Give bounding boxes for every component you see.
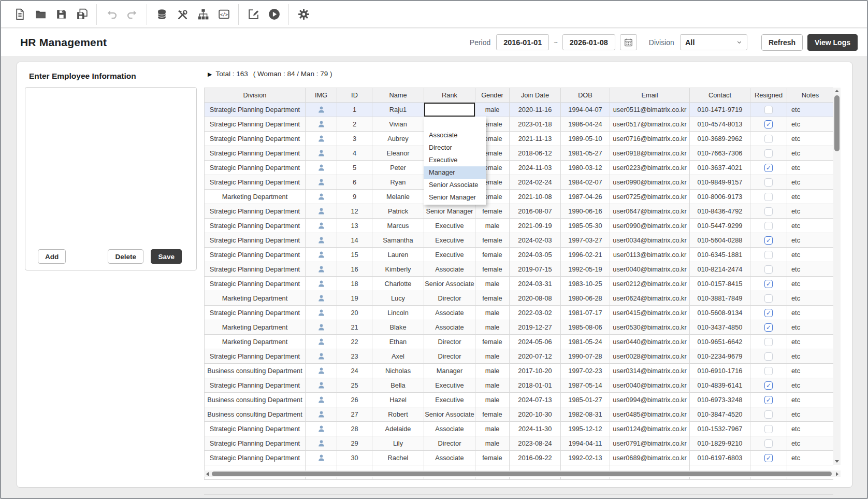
division-cell[interactable]: Business consulting Department bbox=[205, 407, 306, 422]
resigned-cell[interactable]: ✓ bbox=[750, 451, 787, 465]
name-cell[interactable]: Patrick bbox=[372, 204, 424, 219]
resigned-checkbox[interactable] bbox=[764, 178, 773, 187]
dob-cell[interactable]: 1983-10-25 bbox=[561, 277, 610, 291]
resigned-checkbox[interactable] bbox=[764, 352, 773, 361]
dob-cell[interactable]: 1986-04-24 bbox=[561, 117, 610, 132]
name-cell[interactable]: Ryan bbox=[372, 175, 424, 190]
name-cell[interactable]: Adelaide bbox=[372, 422, 424, 436]
rank-cell[interactable]: Senior Associate bbox=[424, 407, 475, 422]
img-cell[interactable] bbox=[306, 248, 337, 262]
name-cell[interactable]: Vivian bbox=[372, 117, 424, 132]
resigned-cell[interactable] bbox=[750, 103, 787, 117]
table-row[interactable]: Strategic Planning Department6Ryanfemale… bbox=[205, 175, 834, 190]
save-button[interactable]: Save bbox=[151, 249, 182, 264]
column-header[interactable]: Resigned bbox=[750, 88, 787, 103]
add-button[interactable]: Add bbox=[38, 249, 66, 264]
rank-cell[interactable]: Associate bbox=[424, 262, 475, 277]
new-document-icon[interactable] bbox=[9, 4, 30, 25]
gender-cell[interactable]: male bbox=[475, 277, 510, 291]
img-cell[interactable] bbox=[306, 451, 337, 465]
resigned-cell[interactable]: ✓ bbox=[750, 320, 787, 335]
calendar-icon[interactable] bbox=[620, 34, 637, 50]
division-cell[interactable]: Business consulting Department bbox=[205, 364, 306, 378]
img-cell[interactable] bbox=[306, 335, 337, 349]
id-cell[interactable]: 25 bbox=[337, 378, 372, 393]
resigned-checkbox[interactable]: ✓ bbox=[764, 454, 773, 462]
dob-cell[interactable]: 1980-03-12 bbox=[561, 161, 610, 175]
resigned-checkbox[interactable] bbox=[764, 207, 773, 216]
division-cell[interactable]: Strategic Planning Department bbox=[205, 204, 306, 219]
join-date-cell[interactable]: 2024-11-03 bbox=[510, 161, 561, 175]
email-cell[interactable]: user0647@bimatrix.co.kr bbox=[610, 204, 690, 219]
email-cell[interactable]: user0124@bimatrix.co.kr bbox=[610, 422, 690, 436]
table-row[interactable]: Strategic Planning Department14SamanthaE… bbox=[205, 233, 834, 248]
notes-cell[interactable]: etc bbox=[787, 306, 834, 320]
rank-option[interactable]: Associate bbox=[424, 129, 486, 141]
join-date-cell[interactable]: 2021-11-13 bbox=[510, 132, 561, 146]
dob-cell[interactable]: 1981-05-24 bbox=[561, 335, 610, 349]
dob-cell[interactable]: 1984-02-07 bbox=[561, 175, 610, 190]
contact-cell[interactable]: 010-3637-4021 bbox=[690, 161, 750, 175]
scroll-left-icon[interactable] bbox=[206, 472, 209, 476]
join-date-cell[interactable]: 2020-11-16 bbox=[510, 103, 561, 117]
division-cell[interactable]: Strategic Planning Department bbox=[205, 175, 306, 190]
resigned-checkbox[interactable] bbox=[764, 294, 773, 303]
join-date-cell[interactable]: 2024-03-05 bbox=[510, 248, 561, 262]
id-cell[interactable]: 30 bbox=[337, 451, 372, 465]
dob-cell[interactable]: 1981-05-27 bbox=[561, 146, 610, 161]
table-row[interactable]: Strategic Planning Department12PatrickSe… bbox=[205, 204, 834, 219]
email-cell[interactable]: user0040@bimatrix.co.kr bbox=[610, 378, 690, 393]
rank-option[interactable] bbox=[424, 117, 486, 129]
gender-cell[interactable]: female bbox=[475, 233, 510, 248]
notes-cell[interactable]: etc bbox=[787, 364, 834, 378]
resigned-cell[interactable] bbox=[750, 175, 787, 190]
contact-cell[interactable]: 010-5447-9299 bbox=[690, 219, 750, 233]
division-cell[interactable]: Strategic Planning Department bbox=[205, 262, 306, 277]
email-cell[interactable]: user0716@bimatrix.co.kr bbox=[610, 132, 690, 146]
division-cell[interactable]: Strategic Planning Department bbox=[205, 117, 306, 132]
resigned-checkbox[interactable]: ✓ bbox=[764, 309, 773, 317]
table-row[interactable]: Strategic Planning Department20LincolnAs… bbox=[205, 306, 834, 320]
redo-icon[interactable] bbox=[122, 4, 142, 25]
img-cell[interactable] bbox=[306, 378, 337, 393]
rank-cell[interactable]: Executive bbox=[424, 393, 475, 407]
rank-cell[interactable]: Senior Manager bbox=[424, 204, 475, 219]
rank-cell[interactable]: Senior Associate bbox=[424, 277, 475, 291]
resigned-cell[interactable] bbox=[750, 219, 787, 233]
open-folder-icon[interactable] bbox=[30, 4, 51, 25]
id-cell[interactable]: 27 bbox=[337, 407, 372, 422]
join-date-cell[interactable]: 2018-01-01 bbox=[510, 378, 561, 393]
dob-cell[interactable]: 1997-02-23 bbox=[561, 364, 610, 378]
division-cell[interactable]: Strategic Planning Department bbox=[205, 103, 306, 117]
rank-cell[interactable]: Executive bbox=[424, 378, 475, 393]
join-date-cell[interactable]: 2020-10-30 bbox=[510, 407, 561, 422]
dob-cell[interactable]: 1990-07-28 bbox=[561, 349, 610, 364]
email-cell[interactable]: user0918@bimatrix.co.kr bbox=[610, 146, 690, 161]
table-row[interactable]: Strategic Planning Department3Aubreyfema… bbox=[205, 132, 834, 146]
contact-cell[interactable]: 010-3689-2962 bbox=[690, 132, 750, 146]
table-row[interactable]: Strategic Planning Department16KimberlyA… bbox=[205, 262, 834, 277]
table-row[interactable]: Strategic Planning Department28AdelaideA… bbox=[205, 422, 834, 436]
dob-cell[interactable]: 1994-04-07 bbox=[561, 103, 610, 117]
division-cell[interactable]: Strategic Planning Department bbox=[205, 349, 306, 364]
table-row[interactable]: Strategic Planning Department1Raju1male2… bbox=[205, 103, 834, 117]
dob-cell[interactable]: 1992-02-13 bbox=[561, 451, 610, 465]
save-all-icon[interactable] bbox=[71, 4, 92, 25]
resigned-checkbox[interactable]: ✓ bbox=[764, 323, 773, 332]
table-row[interactable]: Strategic Planning Department15LaurenExe… bbox=[205, 248, 834, 262]
resigned-cell[interactable]: ✓ bbox=[750, 117, 787, 132]
name-cell[interactable]: Rachel bbox=[372, 451, 424, 465]
division-cell[interactable]: Strategic Planning Department bbox=[205, 146, 306, 161]
email-cell[interactable]: user0990@bimatrix.co.kr bbox=[610, 219, 690, 233]
join-date-cell[interactable]: 2019-07-15 bbox=[510, 262, 561, 277]
column-header[interactable]: Division bbox=[205, 88, 306, 103]
img-cell[interactable] bbox=[306, 364, 337, 378]
id-cell[interactable]: 3 bbox=[337, 132, 372, 146]
name-cell[interactable]: Nicholas bbox=[372, 364, 424, 378]
resigned-checkbox[interactable] bbox=[764, 410, 773, 419]
scroll-up-icon[interactable] bbox=[833, 88, 841, 94]
division-cell[interactable]: Strategic Planning Department bbox=[205, 378, 306, 393]
division-cell[interactable]: Marketing Department bbox=[205, 190, 306, 204]
resigned-checkbox[interactable] bbox=[764, 265, 773, 274]
resigned-cell[interactable] bbox=[750, 248, 787, 262]
